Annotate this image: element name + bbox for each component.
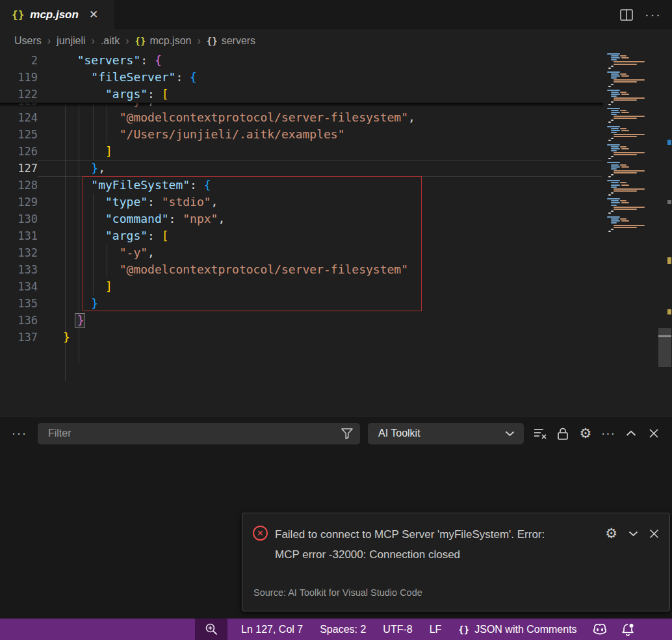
code-line[interactable]: 137} (0, 329, 604, 346)
scrollbar-decoration (658, 335, 671, 337)
breadcrumb-separator: › (47, 35, 51, 47)
code-editor[interactable]: 123 "-y",124 "@modelcontextprotocol/serv… (0, 52, 672, 416)
code-line[interactable]: 129 "type": "stdio", (0, 194, 604, 211)
line-number: 127 (0, 160, 38, 177)
code-line[interactable]: 131 "args": [ (0, 227, 604, 244)
minimap-line (614, 152, 645, 153)
panel-view-selector-value: AI Toolkit (378, 428, 420, 439)
minimap-line (621, 148, 629, 149)
minimap-line (611, 192, 614, 194)
minimap[interactable] (604, 52, 658, 416)
minimap-line (621, 166, 629, 168)
notification-settings-gear-icon[interactable]: ⚙ (605, 526, 617, 541)
copilot-status[interactable] (586, 619, 614, 640)
minimap-line (611, 186, 617, 188)
panel-view-selector[interactable]: AI Toolkit (368, 423, 524, 444)
code-text: "-y", (63, 244, 155, 261)
eol-setting[interactable]: LF (421, 619, 450, 640)
minimap-line (611, 156, 614, 157)
code-line[interactable]: 136 } (0, 312, 604, 329)
clear-output-icon[interactable] (533, 426, 547, 441)
braces-icon: {} (458, 624, 469, 635)
sticky-code-line[interactable]: 122 "args": [ (0, 86, 604, 103)
tab-mcp-json[interactable]: {} mcp.json ✕ (0, 0, 114, 29)
code-line[interactable]: 130 "command": "npx", (0, 211, 604, 227)
minimap-line (620, 110, 627, 111)
maximize-panel-icon[interactable] (624, 426, 638, 441)
cursor-position[interactable]: Ln 127, Col 7 (233, 619, 311, 640)
notification-close-icon[interactable] (649, 529, 659, 539)
minimap-line (607, 162, 620, 163)
breadcrumb-junjieli[interactable]: junjieli (57, 35, 85, 47)
minimap-line (608, 68, 611, 69)
panel-more-icon[interactable]: ··· (12, 427, 27, 441)
breadcrumb-servers[interactable]: {} servers (207, 35, 255, 47)
vscode-window: {} mcp.json ✕ ··· Users › junjieli › .ai… (0, 0, 672, 640)
code-line[interactable]: 124 "@modelcontextprotocol/server-filesy… (0, 109, 604, 126)
json-file-icon: {} (135, 36, 146, 46)
breadcrumb-separator: › (92, 35, 95, 47)
code-line[interactable]: 132 "-y", (0, 244, 604, 261)
code-line[interactable]: 135 } (0, 295, 604, 312)
minimap-line (614, 97, 645, 99)
minimap-line (611, 150, 617, 151)
code-line[interactable]: 127 }, (0, 160, 604, 177)
minimap-line (611, 174, 614, 175)
filter-funnel-icon[interactable] (341, 428, 354, 440)
tab-close-icon[interactable]: ✕ (89, 8, 98, 21)
notifications-bell[interactable] (614, 619, 641, 640)
minimap-line (614, 209, 637, 210)
minimap-line (614, 190, 637, 192)
sticky-scroll[interactable]: 2 "servers": {119 "fileServer": {122 "ar… (0, 52, 603, 103)
breadcrumb-aitk[interactable]: .aitk (101, 35, 120, 47)
magnifier-plus-icon (205, 622, 218, 636)
minimap-line (608, 194, 611, 196)
minimap-line (614, 116, 645, 117)
breadcrumb-mcp-json[interactable]: {} mcp.json (135, 35, 192, 47)
encoding-setting[interactable]: UTF-8 (374, 619, 420, 640)
notification-collapse-icon[interactable] (628, 531, 638, 537)
editor-more-actions-icon[interactable]: ··· (645, 7, 662, 22)
minimap-line (614, 64, 637, 65)
minimap-line (620, 92, 627, 93)
sticky-code-line[interactable]: 119 "fileServer": { (0, 69, 604, 86)
sticky-code-line[interactable]: 2 "servers": { (0, 52, 604, 69)
minimap-line (611, 96, 617, 97)
minimap-line (621, 75, 629, 77)
minimap-line (621, 202, 629, 203)
notification-message: Failed to connect to MCP Server 'myFileS… (275, 524, 584, 565)
line-number: 124 (0, 109, 38, 126)
close-panel-icon[interactable] (647, 426, 661, 441)
minimap-line (614, 134, 645, 135)
code-line[interactable]: 126 ] (0, 143, 604, 160)
code-line[interactable]: 128 "myFileSystem": { (0, 177, 604, 194)
overview-ruler-mark (667, 200, 671, 204)
filter-input[interactable] (38, 423, 360, 444)
minimap-line (620, 55, 627, 57)
indentation-setting[interactable]: Spaces: 2 (311, 619, 374, 640)
split-editor-icon[interactable] (620, 9, 633, 21)
error-icon: ✕ (253, 526, 268, 541)
zoom-indicator[interactable] (195, 619, 227, 640)
minimap-line (611, 110, 619, 111)
line-number: 122 (0, 86, 38, 103)
code-line[interactable]: 134 ] (0, 278, 604, 295)
code-line[interactable]: 133 "@modelcontextprotocol/server-filesy… (0, 261, 604, 278)
minimap-line (611, 92, 619, 93)
minimap-line (614, 227, 637, 228)
chevron-down-icon (505, 431, 515, 437)
scrollbar-thumb[interactable] (658, 328, 671, 367)
minimap-line (611, 218, 619, 220)
object-symbol-icon: {} (207, 36, 218, 46)
code-line[interactable]: 125 "/Users/junjieli/.aitk/examples" (0, 126, 604, 143)
panel-more-actions-icon[interactable]: ··· (601, 426, 615, 441)
code-text: "args": [ (63, 227, 169, 244)
minimap-line (614, 61, 645, 62)
minimap-line (607, 180, 620, 181)
breadcrumb-users[interactable]: Users (14, 35, 42, 47)
language-mode[interactable]: {} JSON with Comments (450, 619, 585, 640)
settings-gear-icon[interactable]: ⚙ (578, 426, 593, 441)
panel-header: ··· AI Toolkit ⚙ ··· (0, 420, 672, 447)
minimap-line (611, 138, 614, 139)
lock-icon[interactable] (556, 426, 570, 441)
